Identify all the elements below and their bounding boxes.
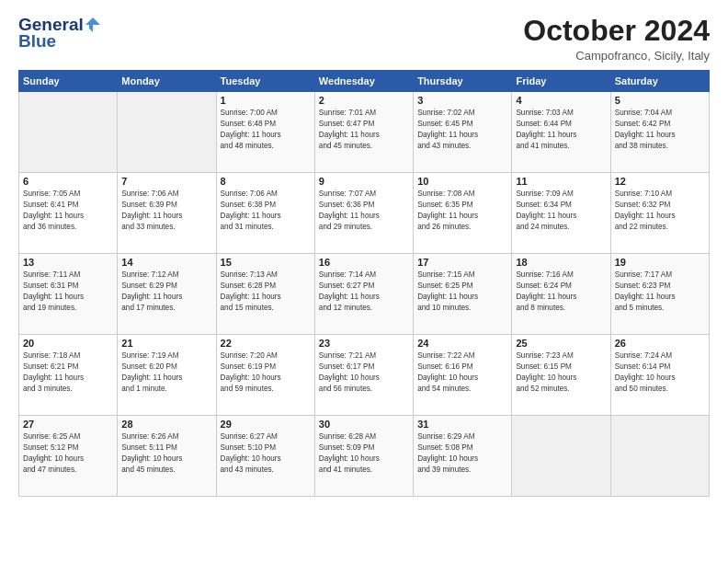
- calendar-cell: 7Sunrise: 7:06 AM Sunset: 6:39 PM Daylig…: [118, 173, 216, 254]
- calendar-cell: 24Sunrise: 7:22 AM Sunset: 6:16 PM Dayli…: [414, 335, 512, 416]
- day-info: Sunrise: 7:01 AM Sunset: 6:47 PM Dayligh…: [319, 108, 409, 152]
- day-info: Sunrise: 7:13 AM Sunset: 6:28 PM Dayligh…: [221, 270, 311, 314]
- col-wednesday: Wednesday: [314, 71, 413, 92]
- calendar-cell: 3Sunrise: 7:02 AM Sunset: 6:45 PM Daylig…: [414, 92, 512, 173]
- day-number: 29: [221, 419, 311, 430]
- col-friday: Friday: [512, 71, 610, 92]
- day-number: 20: [23, 338, 113, 349]
- day-info: Sunrise: 7:05 AM Sunset: 6:41 PM Dayligh…: [23, 189, 113, 233]
- calendar-cell: 9Sunrise: 7:07 AM Sunset: 6:36 PM Daylig…: [314, 173, 413, 254]
- logo: General Blue: [18, 15, 102, 52]
- logo-blue-text: Blue: [18, 31, 56, 52]
- day-info: Sunrise: 7:23 AM Sunset: 6:15 PM Dayligh…: [516, 350, 606, 395]
- day-number: 19: [615, 257, 705, 268]
- day-number: 4: [516, 95, 606, 106]
- calendar-cell: 31Sunrise: 6:29 AM Sunset: 5:08 PM Dayli…: [414, 416, 512, 497]
- calendar-cell: 26Sunrise: 7:24 AM Sunset: 6:14 PM Dayli…: [610, 335, 709, 416]
- calendar-cell: 29Sunrise: 6:27 AM Sunset: 5:10 PM Dayli…: [216, 416, 314, 497]
- calendar-cell: 5Sunrise: 7:04 AM Sunset: 6:42 PM Daylig…: [610, 92, 709, 173]
- col-thursday: Thursday: [414, 71, 512, 92]
- day-number: 9: [319, 176, 409, 187]
- calendar-cell: 11Sunrise: 7:09 AM Sunset: 6:34 PM Dayli…: [512, 173, 610, 254]
- calendar-cell: 2Sunrise: 7:01 AM Sunset: 6:47 PM Daylig…: [314, 92, 413, 173]
- day-info: Sunrise: 7:00 AM Sunset: 6:48 PM Dayligh…: [221, 108, 311, 152]
- day-number: 30: [319, 419, 409, 430]
- day-number: 26: [615, 338, 705, 349]
- day-number: 7: [121, 176, 211, 187]
- day-info: Sunrise: 7:03 AM Sunset: 6:44 PM Dayligh…: [516, 108, 606, 152]
- title-block: October 2024 Campofranco, Sicily, Italy: [523, 15, 710, 63]
- day-number: 6: [23, 176, 113, 187]
- calendar-cell: [610, 416, 709, 497]
- day-number: 31: [417, 419, 507, 430]
- day-number: 28: [121, 419, 211, 430]
- calendar-cell: [118, 92, 216, 173]
- day-number: 11: [516, 176, 606, 187]
- day-info: Sunrise: 7:04 AM Sunset: 6:42 PM Dayligh…: [615, 108, 705, 152]
- svg-marker-0: [85, 17, 100, 32]
- day-info: Sunrise: 7:17 AM Sunset: 6:23 PM Dayligh…: [615, 270, 705, 314]
- col-sunday: Sunday: [19, 71, 118, 92]
- day-info: Sunrise: 6:28 AM Sunset: 5:09 PM Dayligh…: [319, 431, 409, 476]
- calendar-table: Sunday Monday Tuesday Wednesday Thursday…: [18, 70, 710, 497]
- calendar-cell: 13Sunrise: 7:11 AM Sunset: 6:31 PM Dayli…: [19, 254, 118, 335]
- day-info: Sunrise: 7:07 AM Sunset: 6:36 PM Dayligh…: [319, 189, 409, 233]
- calendar-cell: 6Sunrise: 7:05 AM Sunset: 6:41 PM Daylig…: [19, 173, 118, 254]
- calendar-week-row-2: 6Sunrise: 7:05 AM Sunset: 6:41 PM Daylig…: [19, 173, 710, 254]
- day-number: 1: [221, 95, 311, 106]
- day-info: Sunrise: 6:25 AM Sunset: 5:12 PM Dayligh…: [23, 431, 113, 476]
- day-info: Sunrise: 7:16 AM Sunset: 6:24 PM Dayligh…: [516, 270, 606, 314]
- day-info: Sunrise: 6:27 AM Sunset: 5:10 PM Dayligh…: [221, 431, 311, 476]
- calendar-cell: 1Sunrise: 7:00 AM Sunset: 6:48 PM Daylig…: [216, 92, 314, 173]
- calendar-cell: 25Sunrise: 7:23 AM Sunset: 6:15 PM Dayli…: [512, 335, 610, 416]
- calendar-cell: 27Sunrise: 6:25 AM Sunset: 5:12 PM Dayli…: [19, 416, 118, 497]
- day-info: Sunrise: 7:12 AM Sunset: 6:29 PM Dayligh…: [121, 270, 211, 314]
- day-number: 2: [319, 95, 409, 106]
- day-info: Sunrise: 6:29 AM Sunset: 5:08 PM Dayligh…: [417, 431, 507, 476]
- day-number: 16: [319, 257, 409, 268]
- page: General Blue October 2024 Campofranco, S…: [0, 0, 728, 563]
- day-number: 17: [417, 257, 507, 268]
- calendar-cell: 14Sunrise: 7:12 AM Sunset: 6:29 PM Dayli…: [118, 254, 216, 335]
- calendar-cell: 12Sunrise: 7:10 AM Sunset: 6:32 PM Dayli…: [610, 173, 709, 254]
- calendar-cell: 28Sunrise: 6:26 AM Sunset: 5:11 PM Dayli…: [118, 416, 216, 497]
- calendar-cell: [512, 416, 610, 497]
- day-number: 18: [516, 257, 606, 268]
- day-info: Sunrise: 7:19 AM Sunset: 6:20 PM Dayligh…: [121, 350, 211, 395]
- day-info: Sunrise: 7:11 AM Sunset: 6:31 PM Dayligh…: [23, 270, 113, 314]
- calendar-cell: 23Sunrise: 7:21 AM Sunset: 6:17 PM Dayli…: [314, 335, 413, 416]
- calendar-week-row-3: 13Sunrise: 7:11 AM Sunset: 6:31 PM Dayli…: [19, 254, 710, 335]
- day-info: Sunrise: 7:21 AM Sunset: 6:17 PM Dayligh…: [319, 350, 409, 395]
- day-info: Sunrise: 7:24 AM Sunset: 6:14 PM Dayligh…: [615, 350, 705, 395]
- calendar-cell: 21Sunrise: 7:19 AM Sunset: 6:20 PM Dayli…: [118, 335, 216, 416]
- day-info: Sunrise: 7:18 AM Sunset: 6:21 PM Dayligh…: [23, 350, 113, 395]
- day-info: Sunrise: 7:20 AM Sunset: 6:19 PM Dayligh…: [221, 350, 311, 395]
- day-info: Sunrise: 7:14 AM Sunset: 6:27 PM Dayligh…: [319, 270, 409, 314]
- day-info: Sunrise: 7:06 AM Sunset: 6:38 PM Dayligh…: [221, 189, 311, 233]
- calendar-cell: 8Sunrise: 7:06 AM Sunset: 6:38 PM Daylig…: [216, 173, 314, 254]
- calendar-cell: 4Sunrise: 7:03 AM Sunset: 6:44 PM Daylig…: [512, 92, 610, 173]
- col-saturday: Saturday: [610, 71, 709, 92]
- day-info: Sunrise: 7:06 AM Sunset: 6:39 PM Dayligh…: [121, 189, 211, 233]
- day-info: Sunrise: 7:10 AM Sunset: 6:32 PM Dayligh…: [615, 189, 705, 233]
- day-number: 23: [319, 338, 409, 349]
- day-number: 14: [121, 257, 211, 268]
- day-number: 15: [221, 257, 311, 268]
- calendar-cell: 18Sunrise: 7:16 AM Sunset: 6:24 PM Dayli…: [512, 254, 610, 335]
- day-info: Sunrise: 6:26 AM Sunset: 5:11 PM Dayligh…: [121, 431, 211, 476]
- day-number: 3: [417, 95, 507, 106]
- day-info: Sunrise: 7:02 AM Sunset: 6:45 PM Dayligh…: [417, 108, 507, 152]
- day-number: 22: [221, 338, 311, 349]
- logo-icon: [84, 16, 102, 34]
- day-number: 10: [417, 176, 507, 187]
- calendar-cell: 30Sunrise: 6:28 AM Sunset: 5:09 PM Dayli…: [314, 416, 413, 497]
- calendar-cell: 20Sunrise: 7:18 AM Sunset: 6:21 PM Dayli…: [19, 335, 118, 416]
- calendar-cell: 15Sunrise: 7:13 AM Sunset: 6:28 PM Dayli…: [216, 254, 314, 335]
- calendar-cell: 22Sunrise: 7:20 AM Sunset: 6:19 PM Dayli…: [216, 335, 314, 416]
- month-title: October 2024: [523, 15, 710, 47]
- day-info: Sunrise: 7:22 AM Sunset: 6:16 PM Dayligh…: [417, 350, 507, 395]
- day-number: 24: [417, 338, 507, 349]
- day-number: 12: [615, 176, 705, 187]
- day-number: 21: [121, 338, 211, 349]
- calendar-week-row-4: 20Sunrise: 7:18 AM Sunset: 6:21 PM Dayli…: [19, 335, 710, 416]
